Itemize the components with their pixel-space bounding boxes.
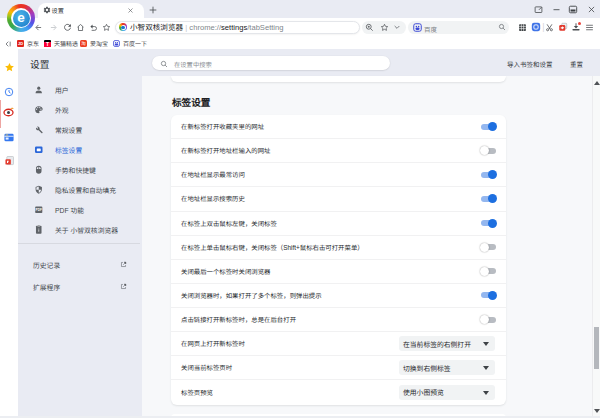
svg-text:PDF: PDF bbox=[36, 208, 42, 212]
